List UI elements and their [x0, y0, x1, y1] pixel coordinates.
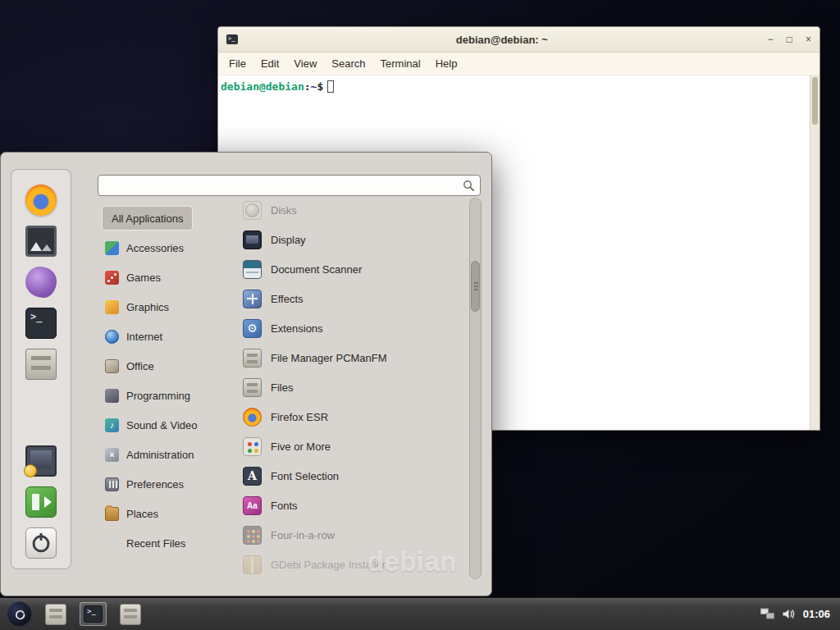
- sound-video-icon: [105, 418, 119, 432]
- file-cabinet-icon[interactable]: [25, 349, 57, 380]
- terminal-taskbar-button[interactable]: [80, 602, 107, 626]
- games-icon: [105, 271, 119, 285]
- extensions-icon: [243, 319, 262, 338]
- category-label: Places: [126, 508, 158, 520]
- terminal-scrollbar-thumb[interactable]: [812, 77, 818, 125]
- app-label: File Manager PCManFM: [271, 352, 387, 364]
- debian-watermark: debian: [368, 546, 457, 578]
- internet-icon: [105, 330, 119, 344]
- app-item-disks[interactable]: Disks: [238, 195, 468, 225]
- shutdown-icon[interactable]: [25, 527, 57, 559]
- files-taskbar-button[interactable]: [120, 604, 141, 625]
- network-icon[interactable]: [760, 608, 774, 620]
- category-label: Graphics: [126, 301, 169, 313]
- app-label: Display: [271, 234, 306, 246]
- menu-search-input[interactable]: [103, 176, 463, 195]
- effects-icon: [243, 290, 262, 308]
- app-label: Document Scanner: [271, 263, 362, 276]
- app-item-document-scanner[interactable]: Document Scanner: [238, 254, 468, 284]
- firefox-icon: [243, 408, 262, 427]
- app-item-firefox-esr[interactable]: Firefox ESR: [238, 402, 468, 431]
- category-preferences[interactable]: Preferences: [99, 469, 237, 499]
- menu-search-box[interactable]: [98, 175, 481, 196]
- files-icon: [243, 378, 262, 397]
- category-office[interactable]: Office: [99, 351, 237, 381]
- logout-icon[interactable]: [25, 486, 57, 518]
- disks-icon: [243, 201, 262, 220]
- app-label: Files: [271, 381, 293, 394]
- category-programming[interactable]: Programming: [99, 381, 237, 410]
- app-label: Firefox ESR: [271, 411, 328, 423]
- app-item-effects[interactable]: Effects: [238, 284, 468, 313]
- preferences-icon: [105, 477, 119, 491]
- menu-help[interactable]: Help: [428, 53, 465, 74]
- app-label: Five or More: [271, 441, 331, 453]
- lock-screen-icon[interactable]: [25, 445, 57, 477]
- category-label: Programming: [126, 390, 190, 402]
- places-icon: [105, 507, 119, 521]
- category-recent-files[interactable]: Recent Files: [99, 528, 237, 558]
- app-item-fonts[interactable]: Fonts: [238, 491, 468, 520]
- category-list: All Applications Accessories Games Graph…: [99, 203, 237, 558]
- app-item-font-selection[interactable]: Font Selection: [238, 461, 468, 491]
- terminal-scrollbar[interactable]: [810, 75, 819, 430]
- minimize-button[interactable]: −: [768, 34, 774, 44]
- image-viewer-icon[interactable]: [25, 226, 57, 257]
- terminal-cursor: [327, 80, 334, 93]
- category-accessories[interactable]: Accessories: [99, 233, 237, 262]
- prompt-user-host: debian@debian: [221, 80, 304, 93]
- terminal-window-icon: [226, 34, 238, 44]
- menu-edit[interactable]: Edit: [253, 53, 286, 74]
- terminal-titlebar[interactable]: debian@debian: ~ − □ ×: [218, 27, 819, 52]
- app-label: Four-in-a-row: [271, 529, 335, 541]
- app-item-files[interactable]: Files: [238, 372, 468, 402]
- document-scanner-icon: [243, 260, 262, 279]
- clock[interactable]: 01:06: [803, 608, 830, 620]
- file-manager-taskbar-button[interactable]: [45, 604, 66, 625]
- category-label: Recent Files: [126, 537, 185, 550]
- favorites-panel: [11, 169, 71, 569]
- prompt-dollar: $: [317, 80, 323, 93]
- app-item-five-or-more[interactable]: Five or More: [238, 431, 468, 461]
- category-label: Games: [126, 272, 161, 284]
- category-graphics[interactable]: Graphics: [99, 292, 237, 322]
- app-label: Font Selection: [271, 470, 339, 482]
- category-all-applications[interactable]: All Applications: [99, 203, 237, 233]
- search-icon: [463, 180, 475, 192]
- menu-terminal[interactable]: Terminal: [373, 53, 428, 74]
- display-icon: [243, 231, 262, 249]
- category-label: Administration: [126, 449, 194, 461]
- category-internet[interactable]: Internet: [99, 322, 237, 351]
- terminal-icon: [84, 605, 103, 623]
- pidgin-icon[interactable]: [25, 267, 57, 298]
- menu-file[interactable]: File: [221, 53, 253, 74]
- close-button[interactable]: ×: [806, 34, 811, 44]
- application-list: Disks Display Document Scanner Effects E…: [238, 195, 468, 579]
- office-icon: [105, 359, 119, 373]
- four-in-a-row-icon: [243, 526, 262, 545]
- category-label: Preferences: [126, 478, 184, 491]
- menu-view[interactable]: View: [286, 53, 324, 74]
- menu-search[interactable]: Search: [324, 53, 372, 74]
- fonts-icon: [243, 496, 262, 515]
- app-item-display[interactable]: Display: [238, 225, 468, 254]
- app-item-extensions[interactable]: Extensions: [238, 313, 468, 343]
- maximize-button[interactable]: □: [787, 34, 792, 44]
- volume-icon[interactable]: [782, 608, 796, 620]
- administration-icon: [105, 448, 119, 462]
- category-administration[interactable]: Administration: [99, 440, 237, 469]
- app-label: Effects: [271, 293, 304, 305]
- file-manager-icon: [243, 349, 262, 368]
- taskbar: 01:06: [0, 597, 840, 630]
- terminal-icon[interactable]: [25, 308, 57, 339]
- app-item-file-manager-pcmanfm[interactable]: File Manager PCManFM: [238, 343, 468, 372]
- category-label: Accessories: [126, 242, 184, 254]
- category-places[interactable]: Places: [99, 499, 237, 528]
- menu-scrollbar-thumb[interactable]: [471, 261, 480, 312]
- category-games[interactable]: Games: [99, 262, 237, 292]
- firefox-icon[interactable]: [25, 185, 57, 216]
- menu-button[interactable]: [7, 601, 32, 627]
- menu-scrollbar[interactable]: [469, 198, 482, 579]
- category-sound-video[interactable]: Sound & Video: [99, 410, 237, 440]
- app-item-four-in-a-row[interactable]: Four-in-a-row: [238, 520, 468, 550]
